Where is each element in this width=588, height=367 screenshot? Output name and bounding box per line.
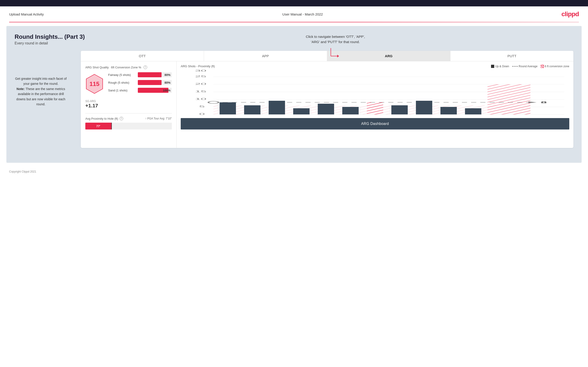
chart-area: 0 5 10 15 20 25 30 — [181, 70, 569, 115]
fairway-label: Fairway (5 shots) — [108, 73, 136, 77]
fairway-bar: 80% — [138, 72, 172, 77]
rough-pct: 80% — [164, 81, 170, 84]
proximity-section: Avg Proximity to Hole (ft) ? ↑ PGA Tour … — [85, 113, 172, 129]
panel-header: ARG Shot Quality 6ft Conversion Zone % ? — [85, 66, 172, 69]
svg-rect-22 — [219, 102, 236, 114]
proximity-chart: 0 5 10 15 20 25 30 — [181, 70, 569, 115]
svg-text:0: 0 — [199, 113, 205, 115]
navigation-arrow — [329, 46, 342, 62]
legend-updown-box — [491, 65, 494, 68]
hexagon-score: 115 — [85, 74, 104, 94]
header-divider — [9, 22, 579, 22]
svg-rect-24 — [268, 101, 285, 114]
chart-header: ARG Shots - Proximity (ft) Up & Down Rou… — [181, 65, 569, 68]
proximity-bar-fill: 77' — [85, 123, 111, 129]
top-bar — [0, 0, 588, 6]
sand-pct: 100% — [163, 89, 170, 92]
legend-6ft: 6 ft conversion zone — [541, 65, 569, 68]
proximity-label: Avg Proximity to Hole (ft) ? — [85, 117, 123, 120]
svg-rect-28 — [367, 102, 383, 114]
svg-text:20: 20 — [195, 83, 207, 85]
sg-value: +1.17 — [85, 103, 172, 109]
right-panel: ARG Shots - Proximity (ft) Up & Down Rou… — [177, 61, 573, 148]
legend-roundavg-line — [512, 66, 518, 67]
legend-roundavg-label: Round Average — [519, 65, 537, 68]
document-title: User Manual - March 2022 — [282, 12, 323, 16]
pga-avg: ↑ PGA Tour Avg: 7'10" — [145, 117, 172, 120]
hexagon-value: 115 — [89, 81, 99, 88]
svg-text:5: 5 — [199, 105, 205, 108]
rough-label: Rough (5 shots) — [108, 81, 136, 84]
svg-text:8: 8 — [541, 101, 547, 104]
rough-bar: 80% — [138, 80, 172, 85]
svg-text:30: 30 — [195, 70, 207, 72]
card-body: ARG Shot Quality 6ft Conversion Zone % ?… — [81, 61, 573, 148]
left-panel: ARG Shot Quality 6ft Conversion Zone % ?… — [81, 61, 177, 148]
main-content: Round Insights... (Part 3) Every round i… — [6, 26, 582, 163]
sg-section: SG ARG +1.17 — [85, 100, 172, 109]
shot-quality-label: ARG Shot Quality — [85, 66, 109, 69]
tab-putt[interactable]: PUTT — [450, 51, 573, 61]
cursor-line — [111, 123, 112, 129]
copyright: Copyright Clippd 2021 — [9, 170, 36, 173]
navigation-hint: Click to navigate between 'OTT', 'APP', … — [306, 34, 365, 62]
legend-6ft-box — [541, 65, 544, 68]
shot-row-fairway: Fairway (5 shots) 80% — [108, 72, 172, 77]
tab-ott[interactable]: OTT — [81, 51, 204, 61]
legend-roundavg: Round Average — [512, 65, 537, 68]
legend-updown-label: Up & Down — [495, 65, 509, 68]
logo: clippd — [562, 10, 579, 18]
svg-rect-34 — [487, 84, 530, 114]
proximity-header: Avg Proximity to Hole (ft) ? ↑ PGA Tour … — [85, 117, 172, 120]
svg-rect-30 — [391, 105, 408, 114]
shot-row-sand: Sand (1 shots) 100% — [108, 88, 172, 93]
fairway-bar-fill — [138, 72, 162, 77]
footer: Copyright Clippd 2021 — [0, 167, 588, 177]
conversion-zone-label: 6ft Conversion Zone % — [111, 66, 141, 69]
dashboard-card: OTT APP ARG PUTT ARG Shot Quality 6ft Co… — [81, 51, 573, 148]
upload-manual-link[interactable]: Upload Manual Activity — [9, 12, 44, 16]
sg-label: SG ARG — [85, 100, 172, 103]
sand-bar: 100% — [138, 88, 172, 93]
svg-point-35 — [208, 101, 219, 103]
fairway-pct: 80% — [164, 73, 170, 77]
svg-text:15: 15 — [195, 90, 207, 93]
proximity-bar: 77' — [85, 123, 172, 129]
note-label: Note: — [17, 87, 25, 91]
svg-rect-25 — [293, 108, 310, 114]
svg-marker-2 — [337, 55, 339, 58]
left-description: Get greater insight into each facet of y… — [15, 76, 67, 107]
help-icon[interactable]: ? — [144, 66, 147, 69]
svg-rect-32 — [440, 107, 457, 114]
svg-rect-31 — [416, 101, 432, 114]
chart-legend: Up & Down Round Average 6 ft conversion … — [491, 65, 569, 68]
shot-row-rough: Rough (5 shots) 80% — [108, 80, 172, 85]
svg-rect-27 — [342, 107, 359, 114]
svg-text:10: 10 — [195, 98, 207, 100]
legend-updown: Up & Down — [491, 65, 509, 68]
page-subtitle: Every round in detail — [15, 41, 573, 45]
rough-bar-fill — [138, 80, 162, 85]
svg-rect-26 — [318, 104, 334, 114]
header: Upload Manual Activity User Manual - Mar… — [0, 6, 588, 22]
arg-dashboard-button[interactable]: ARG Dashboard — [181, 118, 569, 129]
hexagon-container: 115 Fairway (5 shots) 80% Rough (5 shots… — [85, 72, 172, 95]
legend-6ft-label: 6 ft conversion zone — [545, 65, 569, 68]
sand-label: Sand (1 shots) — [108, 89, 136, 92]
svg-text:25: 25 — [195, 75, 207, 78]
svg-rect-33 — [465, 108, 481, 114]
proximity-help-icon[interactable]: ? — [120, 117, 123, 120]
svg-rect-23 — [244, 105, 260, 114]
chart-title: ARG Shots - Proximity (ft) — [181, 65, 215, 68]
shot-bars: Fairway (5 shots) 80% Rough (5 shots) 80… — [108, 72, 172, 95]
page-title: Round Insights... (Part 3) — [15, 33, 573, 40]
